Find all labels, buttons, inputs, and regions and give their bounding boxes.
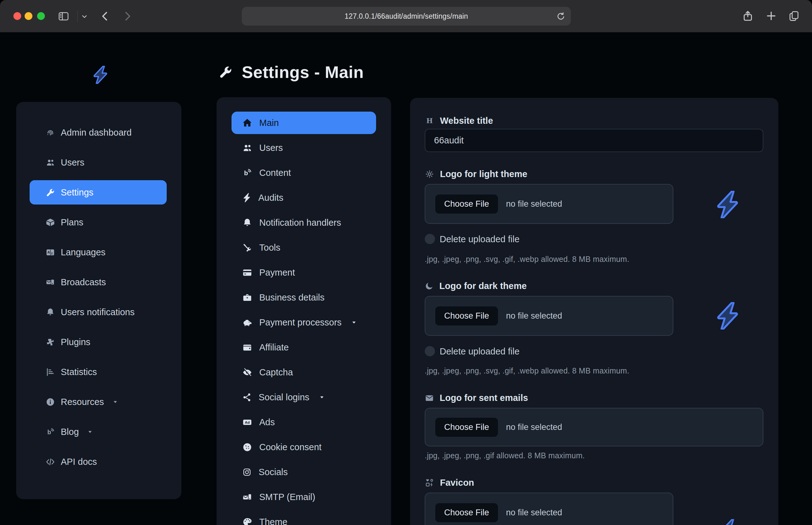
users-icon — [46, 158, 55, 167]
favicon-file-input[interactable]: Choose File no file selected — [425, 493, 673, 525]
eye-slash-icon — [242, 367, 252, 377]
sidebar-item-broadcasts[interactable]: Broadcasts — [16, 267, 181, 297]
app-logo-lightning-icon[interactable] — [91, 61, 109, 89]
sidebar-item-label: Statistics — [61, 367, 97, 377]
chevron-down-icon[interactable] — [80, 13, 89, 20]
logo-dark-label: Logo for dark theme — [425, 281, 526, 291]
sidebar-item-blog[interactable]: Blog — [16, 417, 181, 447]
page-title-text: Settings - Main — [242, 62, 364, 82]
sidebar-item-admin-dashboard[interactable]: Admin dashboard — [16, 118, 181, 148]
logo-dark-help-text: .jpg, .jpeg, .png, .svg, .gif, .webp all… — [425, 366, 629, 375]
file-status-text: no file selected — [506, 422, 562, 432]
refresh-icon[interactable] — [556, 11, 566, 21]
box-icon — [46, 217, 55, 227]
sidebar-item-users-notifications[interactable]: Users notifications — [16, 297, 181, 327]
smtp-icon — [242, 492, 252, 502]
share-icon[interactable] — [741, 10, 754, 22]
minimize-window-button[interactable] — [25, 12, 32, 20]
settings-tab-cookie-consent[interactable]: Cookie consent — [217, 435, 391, 460]
logo-light-delete-checkbox[interactable] — [425, 234, 435, 244]
sidebar-item-languages[interactable]: Languages — [16, 237, 181, 267]
settings-tab-payment[interactable]: Payment — [217, 260, 391, 285]
choose-file-button[interactable]: Choose File — [435, 195, 498, 213]
settings-tab-social-logins[interactable]: Social logins — [217, 385, 391, 410]
settings-tab-label: Audits — [258, 193, 284, 203]
file-status-text: no file selected — [506, 311, 562, 321]
logo-emails-help-text: .jpg, .jpeg, .png, .gif allowed. 8 MB ma… — [425, 451, 585, 460]
piggy-bank-icon — [242, 317, 252, 328]
new-tab-icon[interactable] — [765, 10, 777, 22]
users-icon — [242, 143, 252, 153]
sidebar-item-api-docs[interactable]: API docs — [16, 447, 181, 477]
sidebar-item-resources[interactable]: Resources — [16, 387, 181, 417]
settings-tab-label: Cookie consent — [259, 442, 322, 452]
choose-file-button[interactable]: Choose File — [435, 418, 498, 437]
logo-emails-file-input[interactable]: Choose File no file selected — [425, 408, 763, 447]
wrench-icon — [218, 64, 233, 79]
ad-icon — [242, 417, 252, 427]
sidebar-item-label: Users notifications — [61, 307, 135, 317]
caret-down-icon — [350, 319, 358, 326]
logo-dark-file-input[interactable]: Choose File no file selected — [425, 296, 673, 336]
sidebar-item-label: Admin dashboard — [61, 127, 132, 138]
sidebar-toggle-icon[interactable] — [58, 10, 70, 22]
credit-card-icon — [242, 268, 252, 278]
palette-icon — [242, 517, 252, 525]
code-icon — [46, 457, 55, 467]
logo-light-file-input[interactable]: Choose File no file selected — [425, 184, 673, 224]
settings-tab-label: Main — [259, 118, 279, 128]
choose-file-button[interactable]: Choose File — [435, 503, 498, 522]
settings-tab-users[interactable]: Users — [217, 135, 391, 160]
sidebar-item-statistics[interactable]: Statistics — [16, 357, 181, 387]
website-title-input[interactable] — [425, 129, 763, 152]
caret-down-icon — [111, 398, 119, 406]
sidebar-item-settings[interactable]: Settings — [16, 177, 181, 207]
back-icon[interactable] — [99, 10, 111, 22]
close-window-button[interactable] — [13, 12, 21, 20]
settings-tab-notification-handlers[interactable]: Notification handlers — [217, 210, 391, 235]
settings-tab-label: Content — [259, 168, 291, 178]
settings-tab-label: Payment — [259, 268, 295, 278]
settings-tab-smtp[interactable]: SMTP (Email) — [217, 484, 391, 509]
tools-icon — [242, 242, 252, 253]
blog-icon — [46, 427, 55, 437]
tab-overview-icon[interactable] — [788, 10, 800, 22]
sidebar-item-plugins[interactable]: Plugins — [16, 327, 181, 357]
sidebar-item-label: Users — [61, 158, 85, 168]
sidebar-item-plans[interactable]: Plans — [16, 207, 181, 237]
settings-tab-label: Payment processors — [259, 317, 341, 328]
settings-tab-socials[interactable]: Socials — [217, 460, 391, 484]
url-text: 127.0.0.1/66audit/admin/settings/main — [344, 12, 468, 20]
settings-tab-label: Tools — [259, 242, 280, 253]
toolbar-divider — [77, 10, 78, 22]
sidebar-item-label: Broadcasts — [61, 277, 106, 287]
house-icon — [242, 118, 252, 128]
settings-tab-label: Social logins — [259, 392, 309, 403]
settings-tab-label: Notification handlers — [259, 217, 341, 228]
puzzle-icon — [46, 337, 55, 347]
settings-tab-main[interactable]: Main — [217, 110, 391, 135]
zoom-window-button[interactable] — [37, 12, 45, 20]
translate-icon — [46, 247, 55, 257]
info-circle-icon — [46, 397, 55, 407]
bell-icon — [46, 308, 55, 317]
forward-icon[interactable] — [122, 10, 133, 22]
settings-tab-content[interactable]: Content — [217, 160, 391, 185]
instagram-icon — [242, 467, 252, 477]
favicon-preview-lightning-icon — [719, 516, 739, 525]
settings-tab-tools[interactable]: Tools — [217, 235, 391, 260]
settings-tab-affiliate[interactable]: Affiliate — [217, 335, 391, 360]
settings-tab-captcha[interactable]: Captcha — [217, 360, 391, 385]
logo-dark-delete-checkbox[interactable] — [425, 346, 435, 356]
settings-tab-payment-processors[interactable]: Payment processors — [217, 310, 391, 335]
sidebar-item-users[interactable]: Users — [16, 148, 181, 177]
settings-tab-label: Affiliate — [259, 342, 289, 352]
choose-file-button[interactable]: Choose File — [435, 306, 498, 326]
heading-icon — [425, 116, 434, 126]
chart-icon — [46, 367, 55, 377]
settings-tab-audits[interactable]: Audits — [217, 185, 391, 210]
settings-tab-ads[interactable]: Ads — [217, 410, 391, 435]
address-bar[interactable]: 127.0.0.1/66audit/admin/settings/main — [242, 7, 571, 26]
settings-tab-business-details[interactable]: Business details — [217, 285, 391, 310]
settings-tab-theme[interactable]: Theme — [217, 509, 391, 525]
